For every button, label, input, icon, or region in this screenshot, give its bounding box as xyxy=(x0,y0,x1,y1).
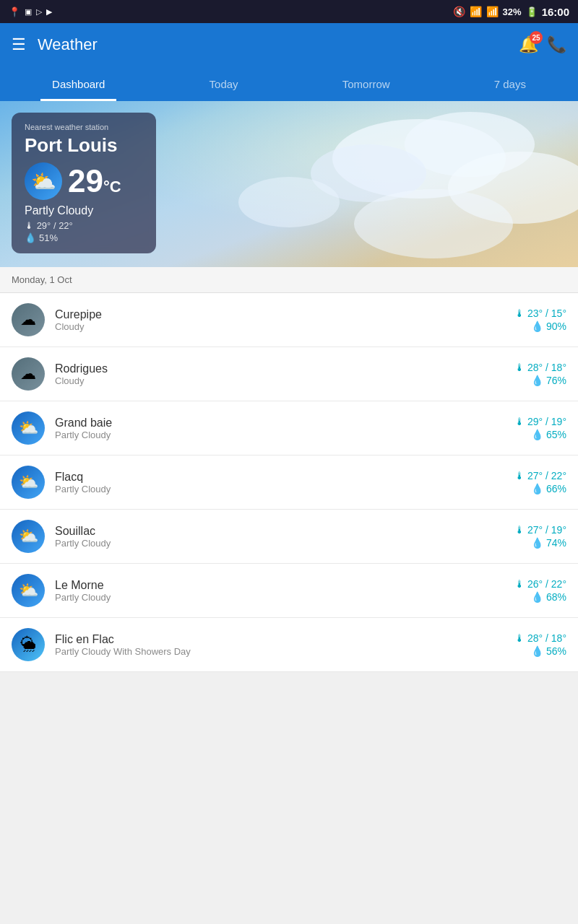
location-condition: Partly Cloudy xyxy=(55,484,504,494)
location-icon-circle: ☁ xyxy=(12,357,45,391)
humidity-row: 💧 51% xyxy=(25,232,143,243)
location-name: Rodrigues xyxy=(55,362,504,375)
location-temperature: 🌡 28° / 18° xyxy=(514,632,566,644)
location-icon-circle: ☁ xyxy=(12,303,45,336)
location-item[interactable]: ⛅ Le Morne Partly Cloudy 🌡 26° / 22° 💧 6… xyxy=(0,564,578,618)
date-row: Monday, 1 Oct xyxy=(0,267,578,293)
location-info: Le Morne Partly Cloudy xyxy=(55,579,504,603)
weather-condition-icon: ⛅ xyxy=(19,473,38,492)
app-bar-left: ☰ Weather xyxy=(12,35,98,54)
weather-condition-icon: ⛅ xyxy=(19,581,38,600)
app-bar-right: 🔔 25 📞 xyxy=(519,35,566,54)
weather-icon-circle: ⛅ xyxy=(25,162,62,200)
location-icon: 📍 xyxy=(9,6,20,17)
location-temperature: 🌡 28° / 18° xyxy=(514,362,566,373)
hero-section: Nearest weather station Port Louis ⛅ 29°… xyxy=(0,101,578,267)
location-condition: Cloudy xyxy=(55,321,504,332)
location-humidity: 💧 90% xyxy=(531,321,566,332)
location-item[interactable]: 🌦 Flic en Flac Partly Cloudy With Shower… xyxy=(0,618,578,672)
temp-unit: °C xyxy=(103,178,121,196)
droplet-icon: 💧 xyxy=(531,321,543,332)
location-temperature: 🌡 23° / 15° xyxy=(514,308,566,319)
droplet-icon: 💧 xyxy=(531,483,543,494)
svg-point-4 xyxy=(238,177,340,227)
battery-icon: 🔋 xyxy=(526,6,538,17)
location-item[interactable]: ☁ Curepipe Cloudy 🌡 23° / 15° 💧 90% xyxy=(0,293,578,347)
notification-badge: 25 xyxy=(530,31,543,44)
thermometer-icon: 🌡 xyxy=(514,524,525,536)
partly-cloudy-icon: ⛅ xyxy=(31,170,56,193)
location-info: Souillac Partly Cloudy xyxy=(55,525,504,549)
signal-icon: 📶 xyxy=(486,6,499,17)
location-name: Flacq xyxy=(55,471,504,484)
location-humidity: 💧 56% xyxy=(531,645,566,657)
location-icon-circle: ⛅ xyxy=(12,574,45,607)
location-stats: 🌡 27° / 22° 💧 66% xyxy=(514,470,566,494)
location-icon-circle: 🌦 xyxy=(12,628,45,661)
location-temperature: 🌡 27° / 22° xyxy=(514,470,566,481)
call-button[interactable]: 📞 xyxy=(547,35,566,54)
location-name: Le Morne xyxy=(55,579,504,592)
droplet-icon: 💧 xyxy=(531,537,543,549)
location-item[interactable]: ⛅ Grand baie Partly Cloudy 🌡 29° / 19° 💧… xyxy=(0,401,578,456)
phone-icon: 📞 xyxy=(547,35,566,53)
location-info: Grand baie Partly Cloudy xyxy=(55,417,504,440)
location-name: Flic en Flac xyxy=(55,633,504,646)
tab-7days[interactable]: 7 days xyxy=(483,66,538,101)
location-item[interactable]: ⛅ Souillac Partly Cloudy 🌡 27° / 19° 💧 7… xyxy=(0,510,578,564)
thermometer-icon: 🌡 xyxy=(514,632,525,644)
location-stats: 🌡 29° / 19° 💧 65% xyxy=(514,416,566,440)
weather-condition-icon: ⛅ xyxy=(19,419,38,437)
location-condition: Cloudy xyxy=(55,375,504,386)
location-humidity: 💧 65% xyxy=(531,429,566,440)
location-icon-circle: ⛅ xyxy=(12,466,45,499)
thermometer-icon: 🌡 xyxy=(514,470,525,481)
location-list: ☁ Curepipe Cloudy 🌡 23° / 15° 💧 90% ☁ Ro… xyxy=(0,293,578,672)
mute-icon: 🔇 xyxy=(453,6,465,17)
app-icon-1: ▣ xyxy=(25,7,32,17)
location-info: Rodrigues Cloudy xyxy=(55,362,504,386)
location-temperature: 🌡 26° / 22° xyxy=(514,578,566,590)
thermometer-icon: 🌡 xyxy=(514,362,525,373)
location-humidity: 💧 66% xyxy=(531,483,566,494)
weather-card: Nearest weather station Port Louis ⛅ 29°… xyxy=(12,113,156,253)
droplet-icon: 💧 xyxy=(531,591,543,603)
tab-tomorrow[interactable]: Tomorrow xyxy=(331,66,402,101)
weather-condition-icon: ☁ xyxy=(20,310,36,329)
location-condition: Partly Cloudy xyxy=(55,538,504,549)
location-condition: Partly Cloudy xyxy=(55,592,504,603)
condition-text: Partly Cloudy xyxy=(25,204,143,217)
thermometer-icon: 🌡 xyxy=(514,416,525,427)
status-bar-left: 📍 ▣ ▷ ▶ xyxy=(9,6,52,17)
menu-icon[interactable]: ☰ xyxy=(12,35,26,54)
location-stats: 🌡 28° / 18° 💧 76% xyxy=(514,362,566,386)
status-bar-right: 🔇 📶 📶 32% 🔋 16:00 xyxy=(453,6,569,18)
city-name: Port Louis xyxy=(25,134,143,157)
app-icon-2: ▷ xyxy=(36,7,42,17)
app-title: Weather xyxy=(38,35,98,54)
location-icon-circle: ⛅ xyxy=(12,411,45,445)
location-temperature: 🌡 27° / 19° xyxy=(514,524,566,536)
weather-condition-icon: 🌦 xyxy=(20,635,36,654)
location-info: Curepipe Cloudy xyxy=(55,308,504,332)
location-stats: 🌡 23° / 15° 💧 90% xyxy=(514,308,566,332)
location-name: Grand baie xyxy=(55,417,504,430)
app-bar: ☰ Weather 🔔 25 📞 xyxy=(0,23,578,66)
weather-condition-icon: ☁ xyxy=(20,365,36,383)
location-item[interactable]: ⛅ Flacq Partly Cloudy 🌡 27° / 22° 💧 66% xyxy=(0,456,578,510)
location-stats: 🌡 27° / 19° 💧 74% xyxy=(514,524,566,549)
bottom-area xyxy=(0,672,578,924)
droplet-icon: 💧 xyxy=(531,375,543,386)
date-label: Monday, 1 Oct xyxy=(12,274,72,285)
svg-point-5 xyxy=(354,189,513,258)
location-icon-circle: ⛅ xyxy=(12,520,45,553)
station-label: Nearest weather station xyxy=(25,123,143,131)
location-condition: Partly Cloudy With Showers Day xyxy=(55,646,504,657)
location-humidity: 💧 68% xyxy=(531,591,566,603)
temp-range: 🌡 29° / 22° xyxy=(25,220,143,231)
location-humidity: 💧 74% xyxy=(531,537,566,549)
tab-today[interactable]: Today xyxy=(198,66,250,101)
notifications-button[interactable]: 🔔 25 xyxy=(519,35,538,54)
tab-dashboard[interactable]: Dashboard xyxy=(40,66,116,101)
location-item[interactable]: ☁ Rodrigues Cloudy 🌡 28° / 18° 💧 76% xyxy=(0,347,578,401)
